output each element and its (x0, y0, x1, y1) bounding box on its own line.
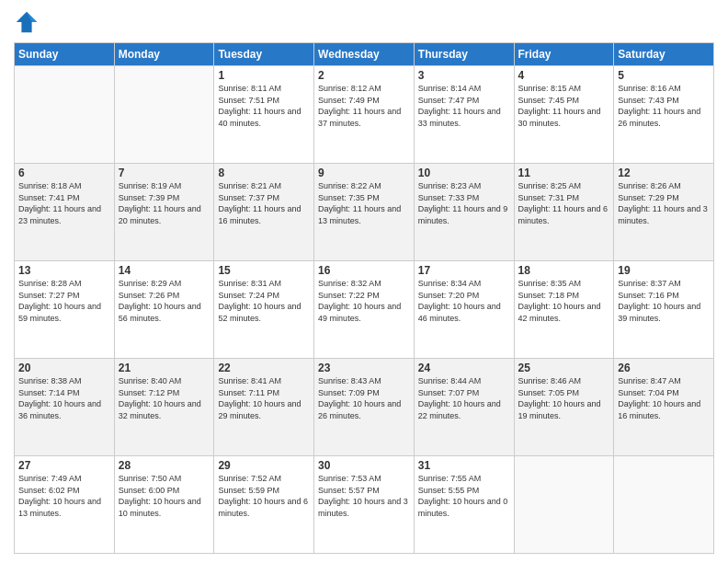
day-info: Sunrise: 8:32 AM Sunset: 7:22 PM Dayligh… (318, 278, 410, 324)
day-number: 6 (18, 167, 110, 179)
day-number: 28 (119, 459, 210, 472)
day-number: 4 (518, 69, 610, 82)
calendar-cell: 15Sunrise: 8:31 AM Sunset: 7:24 PM Dayli… (214, 261, 314, 359)
calendar-cell: 31Sunrise: 7:55 AM Sunset: 5:55 PM Dayli… (414, 456, 514, 554)
calendar-cell: 18Sunrise: 8:35 AM Sunset: 7:18 PM Dayli… (514, 261, 614, 359)
day-info: Sunrise: 8:21 AM Sunset: 7:37 PM Dayligh… (218, 180, 310, 226)
weekday-header: Sunday (15, 43, 115, 66)
day-number: 29 (218, 459, 310, 472)
day-number: 20 (18, 362, 110, 374)
calendar-cell: 3Sunrise: 8:14 AM Sunset: 7:47 PM Daylig… (414, 66, 514, 164)
calendar-cell (614, 456, 714, 554)
calendar-week-row: 6Sunrise: 8:18 AM Sunset: 7:41 PM Daylig… (15, 164, 714, 261)
day-number: 15 (218, 264, 310, 277)
calendar-cell: 11Sunrise: 8:25 AM Sunset: 7:31 PM Dayli… (514, 164, 614, 261)
day-number: 8 (218, 167, 310, 179)
calendar-cell: 8Sunrise: 8:21 AM Sunset: 7:37 PM Daylig… (214, 164, 314, 261)
calendar-cell: 10Sunrise: 8:23 AM Sunset: 7:33 PM Dayli… (414, 164, 514, 261)
calendar-cell: 23Sunrise: 8:43 AM Sunset: 7:09 PM Dayli… (314, 359, 415, 456)
calendar-cell: 20Sunrise: 8:38 AM Sunset: 7:14 PM Dayli… (15, 359, 115, 456)
calendar-cell: 21Sunrise: 8:40 AM Sunset: 7:12 PM Dayli… (114, 359, 214, 456)
day-number: 19 (618, 264, 710, 277)
day-info: Sunrise: 8:26 AM Sunset: 7:29 PM Dayligh… (618, 180, 710, 226)
day-info: Sunrise: 7:53 AM Sunset: 5:57 PM Dayligh… (318, 473, 410, 519)
day-number: 2 (318, 69, 410, 82)
calendar-cell: 5Sunrise: 8:16 AM Sunset: 7:43 PM Daylig… (614, 66, 714, 164)
day-info: Sunrise: 8:35 AM Sunset: 7:18 PM Dayligh… (518, 278, 610, 324)
day-number: 22 (218, 362, 310, 374)
calendar-cell: 16Sunrise: 8:32 AM Sunset: 7:22 PM Dayli… (314, 261, 415, 359)
day-number: 30 (318, 459, 410, 472)
day-info: Sunrise: 8:47 AM Sunset: 7:04 PM Dayligh… (618, 375, 710, 421)
logo (14, 9, 41, 35)
day-number: 18 (518, 264, 610, 277)
day-number: 25 (518, 362, 610, 374)
calendar-cell: 13Sunrise: 8:28 AM Sunset: 7:27 PM Dayli… (15, 261, 115, 359)
day-number: 10 (418, 167, 510, 179)
day-info: Sunrise: 7:55 AM Sunset: 5:55 PM Dayligh… (418, 473, 510, 519)
weekday-header: Wednesday (314, 43, 415, 66)
day-info: Sunrise: 8:16 AM Sunset: 7:43 PM Dayligh… (618, 83, 710, 129)
day-number: 16 (318, 264, 410, 277)
day-info: Sunrise: 8:40 AM Sunset: 7:12 PM Dayligh… (119, 375, 210, 421)
day-info: Sunrise: 8:37 AM Sunset: 7:16 PM Dayligh… (618, 278, 710, 324)
day-info: Sunrise: 8:38 AM Sunset: 7:14 PM Dayligh… (18, 375, 110, 421)
weekday-header: Tuesday (214, 43, 314, 66)
calendar-cell: 25Sunrise: 8:46 AM Sunset: 7:05 PM Dayli… (514, 359, 614, 456)
calendar-cell (114, 66, 214, 164)
header (14, 9, 714, 35)
day-number: 3 (418, 69, 510, 82)
weekday-header: Saturday (614, 43, 714, 66)
day-info: Sunrise: 8:14 AM Sunset: 7:47 PM Dayligh… (418, 83, 510, 129)
day-number: 27 (18, 459, 110, 472)
calendar-cell: 9Sunrise: 8:22 AM Sunset: 7:35 PM Daylig… (314, 164, 415, 261)
calendar-cell: 30Sunrise: 7:53 AM Sunset: 5:57 PM Dayli… (314, 456, 415, 554)
day-number: 26 (618, 362, 710, 374)
calendar-week-row: 20Sunrise: 8:38 AM Sunset: 7:14 PM Dayli… (15, 359, 714, 456)
calendar-header-row: SundayMondayTuesdayWednesdayThursdayFrid… (15, 43, 714, 66)
day-number: 24 (418, 362, 510, 374)
day-info: Sunrise: 8:22 AM Sunset: 7:35 PM Dayligh… (318, 180, 410, 226)
calendar-cell: 14Sunrise: 8:29 AM Sunset: 7:26 PM Dayli… (114, 261, 214, 359)
day-info: Sunrise: 7:49 AM Sunset: 6:02 PM Dayligh… (18, 473, 110, 519)
day-info: Sunrise: 8:19 AM Sunset: 7:39 PM Dayligh… (119, 180, 210, 226)
day-info: Sunrise: 7:50 AM Sunset: 6:00 PM Dayligh… (119, 473, 210, 519)
day-info: Sunrise: 8:23 AM Sunset: 7:33 PM Dayligh… (418, 180, 510, 226)
calendar-cell: 24Sunrise: 8:44 AM Sunset: 7:07 PM Dayli… (414, 359, 514, 456)
day-info: Sunrise: 8:12 AM Sunset: 7:49 PM Dayligh… (318, 83, 410, 129)
day-info: Sunrise: 8:25 AM Sunset: 7:31 PM Dayligh… (518, 180, 610, 226)
day-info: Sunrise: 8:41 AM Sunset: 7:11 PM Dayligh… (218, 375, 310, 421)
calendar-week-row: 27Sunrise: 7:49 AM Sunset: 6:02 PM Dayli… (15, 456, 714, 554)
calendar-cell: 26Sunrise: 8:47 AM Sunset: 7:04 PM Dayli… (614, 359, 714, 456)
day-info: Sunrise: 8:31 AM Sunset: 7:24 PM Dayligh… (218, 278, 310, 324)
calendar-cell: 22Sunrise: 8:41 AM Sunset: 7:11 PM Dayli… (214, 359, 314, 456)
day-number: 14 (119, 264, 210, 277)
calendar-cell: 29Sunrise: 7:52 AM Sunset: 5:59 PM Dayli… (214, 456, 314, 554)
weekday-header: Thursday (414, 43, 514, 66)
logo-icon (14, 9, 40, 35)
day-number: 1 (218, 69, 310, 82)
day-info: Sunrise: 8:44 AM Sunset: 7:07 PM Dayligh… (418, 375, 510, 421)
day-info: Sunrise: 7:52 AM Sunset: 5:59 PM Dayligh… (218, 473, 310, 519)
weekday-header: Friday (514, 43, 614, 66)
calendar-cell: 19Sunrise: 8:37 AM Sunset: 7:16 PM Dayli… (614, 261, 714, 359)
calendar-cell: 27Sunrise: 7:49 AM Sunset: 6:02 PM Dayli… (15, 456, 115, 554)
calendar-cell: 6Sunrise: 8:18 AM Sunset: 7:41 PM Daylig… (15, 164, 115, 261)
day-info: Sunrise: 8:46 AM Sunset: 7:05 PM Dayligh… (518, 375, 610, 421)
calendar-cell: 1Sunrise: 8:11 AM Sunset: 7:51 PM Daylig… (214, 66, 314, 164)
calendar-week-row: 1Sunrise: 8:11 AM Sunset: 7:51 PM Daylig… (15, 66, 714, 164)
page: SundayMondayTuesdayWednesdayThursdayFrid… (0, 0, 728, 563)
calendar-cell: 2Sunrise: 8:12 AM Sunset: 7:49 PM Daylig… (314, 66, 415, 164)
calendar-week-row: 13Sunrise: 8:28 AM Sunset: 7:27 PM Dayli… (15, 261, 714, 359)
day-number: 23 (318, 362, 410, 374)
day-info: Sunrise: 8:28 AM Sunset: 7:27 PM Dayligh… (18, 278, 110, 324)
day-info: Sunrise: 8:18 AM Sunset: 7:41 PM Dayligh… (18, 180, 110, 226)
day-number: 5 (618, 69, 710, 82)
calendar-cell: 12Sunrise: 8:26 AM Sunset: 7:29 PM Dayli… (614, 164, 714, 261)
day-info: Sunrise: 8:11 AM Sunset: 7:51 PM Dayligh… (218, 83, 310, 129)
calendar-cell: 7Sunrise: 8:19 AM Sunset: 7:39 PM Daylig… (114, 164, 214, 261)
day-number: 31 (418, 459, 510, 472)
calendar-table: SundayMondayTuesdayWednesdayThursdayFrid… (14, 42, 714, 554)
weekday-header: Monday (114, 43, 214, 66)
calendar-cell: 28Sunrise: 7:50 AM Sunset: 6:00 PM Dayli… (114, 456, 214, 554)
